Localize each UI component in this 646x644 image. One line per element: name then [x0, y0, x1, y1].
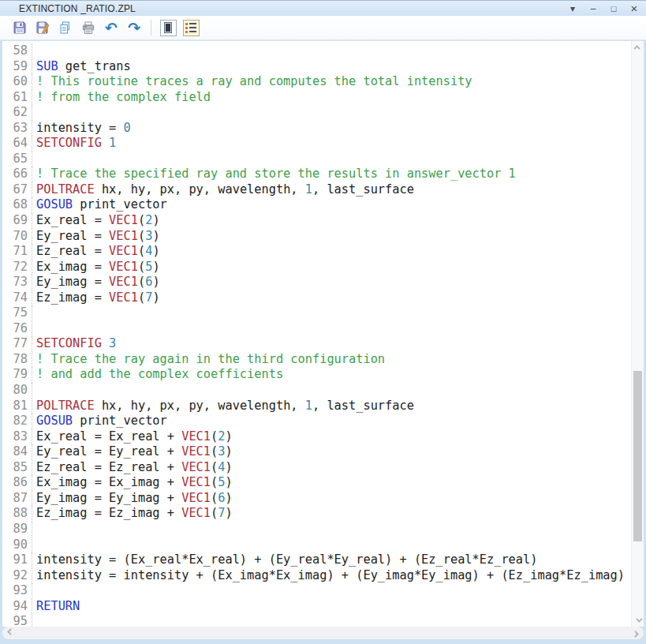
code-text[interactable] — [32, 383, 36, 399]
copy-icon — [58, 21, 73, 35]
vertical-scrollbar-thumb[interactable] — [633, 371, 642, 541]
line-number: 95 — [2, 614, 32, 627]
line-number: 76 — [2, 321, 32, 337]
scroll-up-icon[interactable] — [632, 41, 644, 54]
code-text[interactable] — [32, 522, 36, 537]
code-text[interactable]: Ez_imag = Ez_imag + VEC1(7) — [32, 506, 233, 522]
code-text[interactable]: Ex_real = Ex_real + VEC1(2) — [32, 429, 233, 445]
code-text[interactable] — [32, 583, 36, 599]
line-number: 86 — [2, 475, 32, 491]
scroll-right-icon[interactable] — [632, 631, 638, 637]
redo-button[interactable]: ↷ — [125, 19, 143, 36]
code-line: 86Ex_imag = Ex_imag + VEC1(5) — [2, 475, 631, 491]
code-text[interactable] — [32, 305, 36, 321]
code-text[interactable]: Ey_real = Ey_real + VEC1(3) — [32, 444, 233, 460]
toolbar: ↶ ↷ — [0, 16, 646, 40]
maximize-icon[interactable]: □ — [608, 1, 619, 17]
code-text[interactable]: ! and add the complex coefficients — [32, 367, 283, 383]
code-text[interactable]: intensity = 0 — [32, 121, 131, 137]
save-icon — [13, 21, 27, 35]
code-text[interactable]: SETCONFIG 3 — [32, 336, 116, 352]
vertical-scrollbar[interactable] — [631, 41, 644, 627]
minimize-icon[interactable]: – — [588, 1, 599, 17]
line-number: 66 — [2, 167, 32, 182]
code-line: 65 — [2, 152, 631, 167]
code-area[interactable]: 5859SUB get_trans60! This routine traces… — [2, 41, 631, 627]
code-text[interactable]: Ey_imag = Ey_imag + VEC1(6) — [32, 491, 233, 507]
code-line: 80 — [2, 383, 631, 399]
code-text[interactable] — [32, 43, 36, 59]
line-number: 68 — [2, 197, 32, 213]
copy-button[interactable] — [57, 19, 74, 36]
line-number: 60 — [2, 74, 32, 90]
code-text[interactable]: Ex_imag = VEC1(5) — [32, 260, 160, 275]
line-number: 72 — [2, 260, 32, 275]
scroll-down-icon[interactable] — [632, 614, 644, 627]
line-number: 85 — [2, 460, 32, 476]
code-text[interactable]: ! Trace the ray again in the third confi… — [32, 352, 385, 368]
line-number: 92 — [2, 568, 32, 584]
code-text[interactable] — [32, 152, 36, 167]
line-numbers-toggle-button[interactable] — [182, 19, 200, 36]
code-text[interactable]: SETCONFIG 1 — [32, 136, 116, 152]
code-text[interactable]: POLTRACE hx, hy, px, py, wavelength, 1, … — [32, 399, 414, 414]
line-number: 80 — [2, 383, 32, 399]
code-line: 92intensity = intensity + (Ex_imag*Ex_im… — [2, 568, 631, 584]
window-controls: ▾ – □ × — [567, 1, 640, 17]
line-number: 75 — [2, 305, 32, 321]
code-text[interactable]: Ez_imag = VEC1(7) — [32, 290, 160, 306]
code-text[interactable]: SUB get_trans — [32, 59, 131, 75]
save-button[interactable] — [11, 19, 28, 36]
code-text[interactable]: Ez_real = VEC1(4) — [32, 244, 160, 260]
code-line: 66! Trace the specified ray and store th… — [2, 167, 631, 182]
undo-icon: ↶ — [105, 20, 118, 36]
line-number: 59 — [2, 59, 32, 75]
line-number: 71 — [2, 244, 32, 260]
redo-icon: ↷ — [128, 20, 140, 36]
code-text[interactable]: Ey_imag = VEC1(6) — [32, 275, 160, 290]
code-text[interactable]: ! This routine traces a ray and computes… — [32, 74, 472, 90]
code-text[interactable]: intensity = intensity + (Ex_imag*Ex_imag… — [32, 568, 625, 584]
line-number: 64 — [2, 136, 32, 152]
code-text[interactable]: Ez_real = Ez_real + VEC1(4) — [32, 460, 233, 476]
line-number: 84 — [2, 444, 32, 460]
undo-button[interactable]: ↶ — [103, 19, 120, 36]
code-line: 93 — [2, 583, 631, 599]
horizontal-scrollbar[interactable] — [2, 627, 644, 639]
code-text[interactable]: intensity = (Ex_real*Ex_real) + (Ey_real… — [32, 552, 537, 568]
line-number: 62 — [2, 105, 32, 121]
code-text[interactable]: ! Trace the specified ray and store the … — [32, 167, 516, 182]
close-icon[interactable]: × — [629, 1, 640, 17]
code-text[interactable] — [32, 321, 36, 337]
save-as-button[interactable] — [34, 19, 51, 36]
print-button[interactable] — [80, 19, 97, 36]
code-text[interactable] — [32, 614, 36, 627]
window-menu-icon[interactable]: ▾ — [567, 1, 578, 17]
code-line: 71Ez_real = VEC1(4) — [2, 244, 631, 260]
code-line: 95 — [2, 614, 631, 627]
line-number: 93 — [2, 583, 32, 599]
code-text[interactable] — [32, 105, 36, 121]
code-text[interactable] — [32, 537, 36, 553]
code-line: 83Ex_real = Ex_real + VEC1(2) — [2, 429, 631, 445]
editor-view-toggle-button[interactable] — [159, 19, 177, 36]
code-text[interactable]: GOSUB print_vector — [32, 414, 167, 429]
code-text[interactable]: ! from the complex field — [32, 90, 211, 106]
code-text[interactable]: RETURN — [32, 599, 80, 615]
code-text[interactable]: POLTRACE hx, hy, px, py, wavelength, 1, … — [32, 182, 414, 198]
line-number: 87 — [2, 491, 32, 507]
code-text[interactable]: Ex_imag = Ex_imag + VEC1(5) — [32, 475, 233, 491]
code-line: 91intensity = (Ex_real*Ex_real) + (Ey_re… — [2, 552, 631, 568]
code-line: 61! from the complex field — [2, 90, 631, 106]
scroll-left-icon[interactable] — [7, 628, 13, 635]
line-number: 81 — [2, 399, 32, 414]
code-line: 64SETCONFIG 1 — [2, 136, 631, 152]
line-number: 77 — [2, 336, 32, 352]
code-text[interactable]: GOSUB print_vector — [32, 197, 167, 213]
line-number: 88 — [2, 506, 32, 522]
window-title: EXTINCTION _RATIO.ZPL — [19, 3, 136, 14]
line-number: 58 — [2, 43, 32, 59]
code-text[interactable]: Ex_real = VEC1(2) — [32, 213, 160, 229]
code-text[interactable]: Ey_real = VEC1(3) — [32, 229, 160, 245]
code-line: 74Ez_imag = VEC1(7) — [2, 290, 631, 306]
